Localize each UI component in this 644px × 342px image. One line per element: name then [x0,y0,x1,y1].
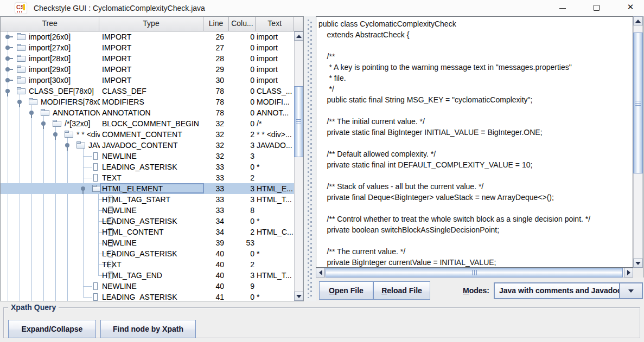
scroll-down-button[interactable] [633,259,643,268]
tree-table-row[interactable]: TEXT332 [1,172,295,183]
scroll-down-button[interactable] [294,292,303,301]
text-cell: * [257,163,295,171]
code-line [316,40,633,51]
xpath-group-title: Xpath Query [8,303,59,312]
tree-table-row[interactable]: import[30x0]IMPORT300import [1,75,295,86]
scroll-left-button[interactable] [316,268,325,278]
scrollbar-thumb[interactable] [294,86,303,157]
column-cell: 0 [230,65,254,74]
column-cell: 2 [230,228,254,236]
minimize-button[interactable] [550,0,575,16]
column-header-text[interactable]: Text [256,17,294,31]
tree-table-row[interactable]: import[29x0]IMPORT290import [1,64,295,75]
tree-node-label: import[26x0] [29,33,100,42]
column-header-line[interactable]: Line [203,17,229,31]
line-cell: 40 [204,260,224,269]
folder-icon [65,131,74,138]
tree-table-row[interactable]: ANNOTATION[78x0]ANNOTATION780ANNOT... [1,107,295,118]
collapse-handle-icon[interactable] [5,89,10,93]
column-cell: 8 [230,206,254,215]
tree-table-row[interactable]: NEWLINE323 [1,151,295,162]
column-cell: 3 [230,184,254,193]
text-cell: import [257,43,295,52]
tree-table-row[interactable]: JAVADOC_CONTENTJAVADOC_CONTENT323JAVADO.… [1,140,295,151]
scroll-up-button[interactable] [294,31,303,41]
tree-table-row[interactable]: HTML_TAG_START333HTML_T... [1,194,295,205]
column-cell: 3 [230,141,254,150]
collapse-handle-icon[interactable] [53,132,58,137]
scrollbar-track[interactable] [294,31,303,301]
tree-table-row[interactable]: CLASS_DEF[78x0]CLASS_DEF780CLASS_... [1,86,295,96]
text-cell: HTML_C... [257,228,295,236]
column-cell: 53 [230,238,254,247]
line-cell: 39 [204,238,224,247]
collapse-handle-icon[interactable] [65,143,69,147]
tree-table-row[interactable]: LEADING_ASTERISK340* [1,216,295,227]
tree-table-row[interactable]: HTML_TAG_END403HTML_T... [1,270,295,281]
expand-handle-icon[interactable] [5,46,10,50]
leaf-icon [93,282,98,290]
modes-combobox[interactable]: Java with comments and Javadocs [494,282,643,299]
type-cell: TEXT [102,173,203,182]
type-cell: NEWLINE [102,206,203,215]
tree-node-label: /*[32x0] [65,119,100,128]
tree-table-row[interactable]: import[27x0]IMPORT270import [1,42,295,53]
code-line: /** The initial current value. */ [316,116,633,127]
code-line: /** The current value. */ [316,246,633,257]
divider-texture [308,20,309,298]
tree-table-row[interactable]: HTML_CONTENT342HTML_C... [1,227,295,237]
line-cell: 33 [204,184,224,193]
leaf-icon [93,163,98,171]
open-file-button[interactable]: Open File [319,281,373,300]
tree-table-row[interactable]: NEWLINE338 [1,205,295,216]
expand-handle-icon[interactable] [5,35,10,39]
tree-table-row[interactable]: MODIFIERS[78x0]MODIFIERS780MODIFI... [1,96,295,107]
line-cell: 78 [204,87,224,95]
expand-handle-icon[interactable] [5,67,10,72]
checkstyle-window: CS Checkstyle GUI : CyclomaticComplexity… [0,0,644,342]
tree-table-row[interactable]: LEADING_ASTERISK410* [1,292,295,301]
line-cell: 27 [204,43,224,52]
expand-collapse-button[interactable]: Expand/Collapse [8,320,96,338]
tree-table-row[interactable]: NEWLINE3953 [1,237,295,248]
column-header-colu[interactable]: Colu... [229,17,256,31]
tree-table-row[interactable]: import[26x0]IMPORT260import [1,31,295,42]
source-code-area[interactable]: public class CyclomaticComplexityCheck e… [316,16,633,268]
column-header-type[interactable]: Type [99,17,203,31]
column-header-tree[interactable]: Tree [1,17,99,31]
collapse-handle-icon[interactable] [17,100,22,104]
splitpane-divider[interactable] [304,16,316,301]
scroll-up-button[interactable] [633,16,643,25]
tree-table-body[interactable]: import[26x0]IMPORT260importimport[27x0]I… [1,31,295,301]
column-cell: 0 [230,87,254,95]
arrow-left-icon [319,270,322,275]
tree-table-row[interactable]: * * <div>...COMMENT_CONTENT322* * <div>.… [1,129,295,140]
tree-table-row[interactable]: import[28x0]IMPORT280import [1,53,295,64]
scroll-right-button[interactable] [624,268,633,278]
scrollbar-thumb[interactable] [326,268,623,278]
close-button[interactable]: ✕ [618,0,643,16]
collapse-handle-icon[interactable] [41,121,46,126]
expand-handle-icon[interactable] [5,56,10,61]
type-cell: IMPORT [102,54,203,63]
tree-table-row[interactable]: TEXT402 [1,259,295,270]
find-node-by-xpath-button[interactable]: Find node by Xpath [100,320,196,338]
collapse-handle-icon[interactable] [29,111,34,115]
reload-file-button[interactable]: Reload File [373,281,430,300]
tree-table-row[interactable]: LEADING_ASTERISK400* [1,248,295,259]
combo-arrow-button[interactable] [619,283,642,298]
tree-node-label: CLASS_DEF[78x0] [29,87,100,96]
tree-table-row[interactable]: LEADING_ASTERISK330* [1,162,295,172]
scrollbar-thumb[interactable] [633,33,643,173]
code-line [316,203,633,214]
column-cell: 3 [230,152,254,160]
code-line [316,235,633,246]
collapse-handle-icon[interactable] [81,186,85,191]
line-cell: 34 [204,228,224,236]
expand-handle-icon[interactable] [5,78,10,82]
tree-table-row[interactable]: HTML_ELEMENT333HTML_E... [1,183,295,194]
code-line: private BigInteger currentValue = INITIA… [316,257,633,268]
maximize-button[interactable] [584,0,609,16]
tree-table-row[interactable]: NEWLINE409 [1,281,295,292]
tree-table-row[interactable]: /*[32x0]BLOCK_COMMENT_BEGIN320/* [1,118,295,129]
